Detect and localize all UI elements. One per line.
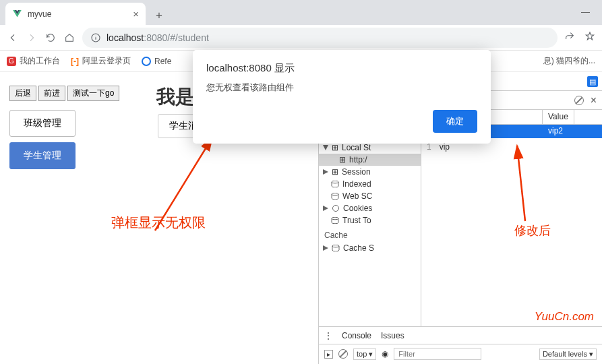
bookmark-star-icon[interactable] [584,31,595,44]
home-button[interactable] [63,32,76,44]
console-tab[interactable]: Console [342,331,371,340]
kv-value: vip2 [543,125,568,138]
new-tab-button[interactable]: + [150,6,169,25]
editor-content: vip [440,142,450,322]
bookmark-item[interactable]: Refe [142,57,171,66]
svg-point-4 [332,193,338,195]
tree-item-http[interactable]: ⊞http:/ [319,154,421,166]
page-title: 我是 [156,84,194,110]
forward-button [26,32,38,44]
tree-item-cache[interactable]: Cache S [319,242,421,254]
minimize-icon[interactable]: — [581,7,590,17]
nav-back-button[interactable]: 后退 [9,86,36,101]
alert-dialog: localhost:8080 显示 您无权查看该路由组件 确定 [193,50,491,144]
url-text: localhost:8080/#/student [107,32,209,43]
value-header: Value [543,110,574,124]
tree-item-websql[interactable]: Web SC [319,190,421,202]
nav-forward-button[interactable]: 前进 [38,86,65,101]
close-tab-icon[interactable]: × [133,8,139,20]
reload-button[interactable] [44,32,57,44]
dialog-ok-button[interactable]: 确定 [433,110,477,133]
issue-badge-icon[interactable]: ▤ [587,76,598,87]
console-drawer-icon[interactable]: ⋮ [324,331,332,340]
console-filter-input[interactable] [394,348,481,360]
svg-point-5 [333,206,339,212]
dialog-title: localhost:8080 显示 [206,62,477,75]
tree-item-session[interactable]: ⊞Session [319,166,421,178]
share-icon[interactable] [564,31,575,44]
tab-title: myvue [28,9,51,19]
info-icon [90,32,101,43]
tree-header: Cache [319,226,421,242]
line-number: 1 [427,142,431,322]
close-devtools-icon[interactable]: × [591,94,597,107]
eye-icon[interactable]: ◉ [382,349,388,359]
issues-tab[interactable]: Issues [381,331,404,340]
address-bar[interactable]: localhost:8080/#/student [82,28,558,48]
back-button[interactable] [7,32,19,44]
gitee-icon: G [7,57,16,66]
browser-tab[interactable]: myvue × [5,3,146,25]
bookmark-item[interactable]: G我的工作台 [7,55,60,67]
bookmark-item[interactable]: [-]阿里云登录页 [71,55,131,67]
annotation-text-1: 弹框显示无权限 [111,214,206,232]
student-manage-button[interactable]: 学生管理 [9,142,76,169]
refresh-icon [142,57,151,66]
vue-logo-icon [12,9,22,19]
watermark: YuuCn.com [535,310,594,324]
dialog-message: 您无权查看该路由组件 [206,82,477,94]
tree-item-cookies[interactable]: Cookies [319,202,421,214]
console-play-icon[interactable]: ▸ [324,350,333,359]
console-clear-icon[interactable] [338,349,348,359]
levels-select[interactable]: Default levels ▾ [539,348,597,360]
clear-icon[interactable] [574,96,584,105]
tree-item-trust[interactable]: Trust To [319,214,421,226]
context-select[interactable]: top ▾ [353,348,376,360]
annotation-text-2: 修改后 [514,222,551,239]
value-editor[interactable]: 1 vip [421,138,602,326]
nav-test-button[interactable]: 测试一下go [67,86,119,101]
tree-item-indexed[interactable]: Indexed [319,178,421,190]
bookmark-truncated[interactable]: 息) 猫四爷的... [543,55,595,67]
svg-point-6 [332,217,338,220]
aliyun-icon: [-] [71,57,79,66]
class-manage-button[interactable]: 班级管理 [9,110,76,137]
svg-point-3 [332,181,338,183]
svg-point-7 [332,245,339,247]
